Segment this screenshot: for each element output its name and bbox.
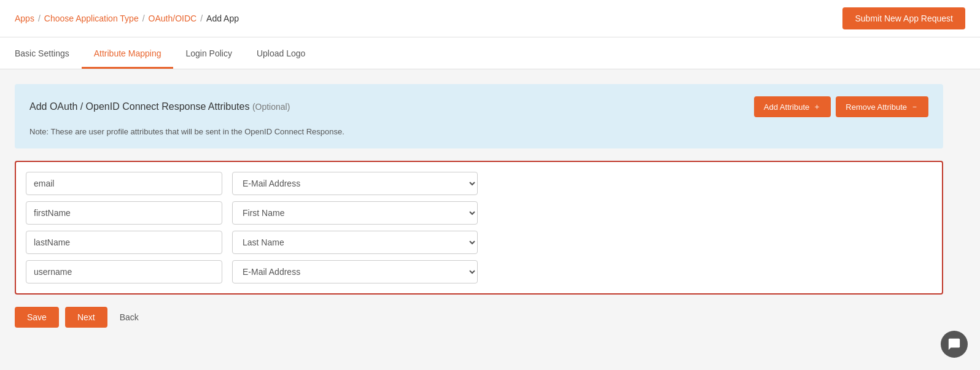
tab-attribute-mapping[interactable]: Attribute Mapping [82, 37, 174, 69]
submit-new-app-request-button[interactable]: Submit New App Request [842, 7, 965, 29]
breadcrumb-oauth[interactable]: OAuth/OIDC [149, 13, 197, 23]
tabs-container: Basic Settings Attribute Mapping Login P… [0, 37, 980, 69]
mapping-value-select-4[interactable]: E-Mail Address First Name Last Name User… [232, 260, 478, 283]
mapping-value-select-3[interactable]: E-Mail Address First Name Last Name User… [232, 231, 478, 254]
save-button[interactable]: Save [15, 307, 59, 328]
back-button[interactable]: Back [114, 307, 145, 328]
chat-bubble-button[interactable] [941, 331, 968, 352]
plus-icon: ＋ [813, 101, 821, 112]
mapping-key-input-1[interactable] [26, 172, 222, 195]
mapping-container: E-Mail Address First Name Last Name User… [15, 161, 943, 295]
attr-note: Note: These are user profile attributes … [29, 127, 928, 136]
tab-login-policy[interactable]: Login Policy [173, 37, 244, 69]
mapping-value-select-2[interactable]: E-Mail Address First Name Last Name User… [232, 201, 478, 225]
add-attribute-button[interactable]: Add Attribute ＋ [754, 96, 831, 117]
mapping-row: E-Mail Address First Name Last Name User… [26, 260, 932, 283]
tabs-nav: Basic Settings Attribute Mapping Login P… [15, 37, 965, 69]
mapping-value-select-1[interactable]: E-Mail Address First Name Last Name User… [232, 172, 478, 195]
mapping-row: E-Mail Address First Name Last Name User… [26, 172, 932, 195]
next-button[interactable]: Next [65, 307, 107, 328]
attr-card-header: Add OAuth / OpenID Connect Response Attr… [29, 96, 928, 117]
mapping-key-input-4[interactable] [26, 260, 222, 283]
top-bar: Apps / Choose Application Type / OAuth/O… [0, 0, 980, 37]
attr-card-title: Add OAuth / OpenID Connect Response Attr… [29, 101, 290, 112]
breadcrumb: Apps / Choose Application Type / OAuth/O… [15, 13, 239, 23]
attr-card-buttons: Add Attribute ＋ Remove Attribute － [754, 96, 928, 117]
bottom-actions: Save Next Back [15, 307, 943, 337]
attr-optional-label: (Optional) [252, 102, 290, 112]
tab-basic-settings[interactable]: Basic Settings [15, 37, 82, 69]
chat-icon [947, 337, 961, 351]
mapping-row: E-Mail Address First Name Last Name User… [26, 201, 932, 225]
mapping-row: E-Mail Address First Name Last Name User… [26, 231, 932, 254]
attribute-card: Add OAuth / OpenID Connect Response Attr… [15, 84, 943, 148]
remove-attribute-button[interactable]: Remove Attribute － [836, 96, 928, 117]
mapping-key-input-3[interactable] [26, 231, 222, 254]
main-content: Add OAuth / OpenID Connect Response Attr… [0, 69, 958, 352]
mapping-key-input-2[interactable] [26, 201, 222, 225]
breadcrumb-choose-app-type[interactable]: Choose Application Type [44, 13, 139, 23]
breadcrumb-apps[interactable]: Apps [15, 13, 34, 23]
tab-upload-logo[interactable]: Upload Logo [244, 37, 317, 69]
breadcrumb-current: Add App [206, 13, 239, 23]
minus-icon: － [911, 101, 919, 112]
